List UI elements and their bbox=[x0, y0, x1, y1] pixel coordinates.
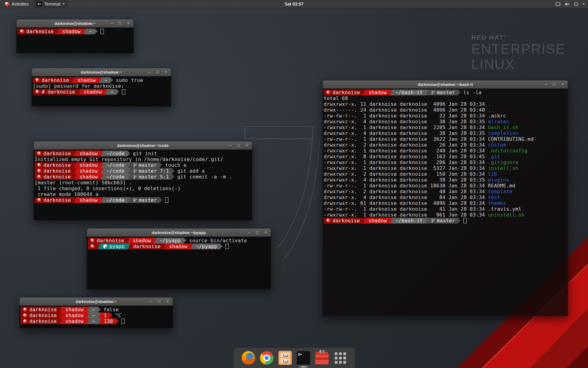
segment-arrow bbox=[160, 162, 162, 168]
files-icon[interactable] bbox=[278, 351, 292, 365]
prompt-segment: ~ bbox=[108, 89, 116, 95]
terminal-prompt-line: darknoiseshadow~/codemaster bbox=[35, 197, 252, 203]
maximize-button[interactable]: □ bbox=[118, 19, 122, 27]
terminal-content[interactable]: darknoiseshadow~/bash-itmasterls -latota… bbox=[323, 89, 568, 316]
prompt-segment: shadow bbox=[62, 307, 86, 312]
output-text: CONTRIBUTING.md bbox=[488, 136, 533, 142]
terminal-prompt-line: darknoiseshadow~false bbox=[21, 307, 173, 312]
terminal-output-line: Initialized empty Git repository in /hom… bbox=[35, 156, 252, 162]
prompt-segment: darknoise bbox=[21, 318, 59, 324]
terminal-home-small[interactable]: darknoise@shadow:~–□×darknoiseshadow~ bbox=[16, 19, 134, 53]
segment-separator bbox=[74, 174, 77, 180]
close-button[interactable]: × bbox=[263, 228, 268, 236]
segment-text: ~/code bbox=[106, 197, 125, 203]
redhat-logo-icon bbox=[5, 2, 9, 6]
segment-text: ~/pyapp bbox=[160, 238, 181, 243]
titlebar[interactable]: darknoise@shadow:~/bash-it–□× bbox=[323, 80, 568, 89]
output-text: -rw-rw-r--. 1 darknoise darknoise 18630 … bbox=[324, 183, 488, 189]
segment-text: shadow bbox=[368, 218, 387, 224]
segment-text: 1 bbox=[104, 312, 107, 318]
app-menu-terminal[interactable]: $> Terminal bbox=[33, 0, 68, 8]
power-icon bbox=[574, 2, 579, 6]
output-text: drwxrwxr-x. 4 darknoise darknoise 38 Jan… bbox=[324, 119, 488, 125]
app-grid-icon[interactable] bbox=[333, 351, 348, 365]
redhat-icon bbox=[23, 313, 27, 317]
close-button[interactable]: × bbox=[165, 297, 170, 305]
terminal-output-line: -rwxrwxr-x. 1 darknoise darknoise 206 Ja… bbox=[324, 159, 568, 165]
minimize-button[interactable]: – bbox=[147, 68, 151, 76]
segment-arrow bbox=[98, 307, 101, 312]
segment-text: darknoise bbox=[43, 151, 71, 156]
terminal-content[interactable]: darknoiseshadow~falsedarknoiseshadow~1^C… bbox=[20, 306, 173, 328]
chrome-icon[interactable] bbox=[259, 351, 274, 365]
terminal-pyapp[interactable]: darknoise@shadow:~/pyapp–□×darknoiseshad… bbox=[87, 228, 271, 289]
file-name: install.sh bbox=[488, 165, 518, 171]
minimize-button[interactable]: – bbox=[544, 80, 548, 88]
segment-separator bbox=[100, 168, 104, 174]
terminal-prompt-line: darknoiseshadow~/codegit init bbox=[35, 151, 252, 156]
git-branch-icon bbox=[133, 163, 137, 167]
segment-text: ~ bbox=[92, 318, 95, 324]
close-button[interactable]: × bbox=[560, 80, 565, 88]
maximize-button[interactable]: □ bbox=[155, 68, 160, 76]
prompt-segment: shadow bbox=[366, 90, 390, 95]
maximize-button[interactable]: □ bbox=[552, 80, 556, 88]
git-branch-icon bbox=[133, 169, 137, 173]
terminal-exitcodes[interactable]: darknoise@shadow:~–□×darknoiseshadow~fal… bbox=[19, 297, 173, 328]
terminal-content[interactable]: darknoiseshadow~sudo true[sudo] password… bbox=[32, 76, 171, 106]
prompt-segment: ~ bbox=[86, 29, 95, 34]
redhat-icon bbox=[37, 163, 41, 167]
terminal-output-line: -rwxrwxr-x. 1 darknoise darknoise 240 Ja… bbox=[324, 148, 568, 154]
prompt-segment: darknoise bbox=[35, 197, 74, 203]
clock[interactable]: Sat 03:57 bbox=[285, 2, 303, 6]
segment-text: darknoise bbox=[43, 197, 71, 203]
titlebar[interactable]: darknoise@shadow:~–□× bbox=[32, 68, 171, 76]
minimize-button[interactable]: – bbox=[110, 19, 114, 27]
maximize-button[interactable]: □ bbox=[157, 297, 161, 305]
terminal-content[interactable]: darknoiseshadow~/codegit initInitialized… bbox=[34, 150, 252, 220]
prompt-segment: pyapp bbox=[100, 243, 127, 249]
files-glyph bbox=[278, 351, 292, 365]
segment-separator bbox=[190, 243, 193, 249]
redhat-icon bbox=[37, 175, 41, 179]
terminal-bash-it[interactable]: darknoise@shadow:~/bash-it–□×darknoisesh… bbox=[322, 80, 568, 316]
terminal-content[interactable]: darknoiseshadow~/pyappsource bin/activat… bbox=[87, 237, 271, 289]
firefox-icon[interactable] bbox=[241, 351, 256, 365]
minimize-button[interactable]: – bbox=[228, 141, 232, 149]
terminal-icon[interactable]: $> bbox=[296, 351, 311, 365]
file-name: custom bbox=[488, 142, 506, 148]
file-name: .gitignore bbox=[488, 159, 518, 165]
titlebar[interactable]: darknoise@shadow:~–□× bbox=[20, 297, 173, 306]
titlebar[interactable]: darknoise@shadow:~–□× bbox=[17, 19, 134, 28]
prompt-segment: darknoise bbox=[35, 168, 74, 174]
minimize-button[interactable]: – bbox=[247, 228, 251, 236]
maximize-button[interactable]: □ bbox=[236, 141, 241, 149]
maximize-button[interactable]: □ bbox=[255, 228, 259, 236]
terminal-sudo[interactable]: darknoise@shadow:~–□×darknoiseshadow~sud… bbox=[32, 68, 171, 107]
prompt-segment: ~/bash-it bbox=[393, 90, 425, 95]
logo-linux: LINUX® bbox=[471, 56, 566, 71]
titlebar[interactable]: darknoise@shadow:~/pyapp–□× bbox=[87, 228, 271, 237]
toolbox-icon[interactable] bbox=[315, 351, 329, 365]
minimize-button[interactable]: – bbox=[149, 297, 153, 305]
redhat-icon bbox=[23, 308, 27, 312]
activities-button[interactable]: Activities bbox=[2, 0, 31, 8]
segment-text: darknoise bbox=[29, 307, 57, 312]
terminal-output-line: -rw-rw-r--. 1 darknoise darknoise 41 Jan… bbox=[324, 206, 568, 212]
segment-separator bbox=[127, 197, 130, 203]
titlebar[interactable]: darknoise@shadow:~/code–□× bbox=[34, 141, 252, 150]
prompt-segment: ~/pyapp bbox=[157, 238, 184, 243]
close-button[interactable]: × bbox=[126, 19, 130, 27]
close-button[interactable]: × bbox=[164, 68, 168, 76]
output-text: -rw-rw-r--. 1 darknoise darknoise 22 Jan… bbox=[324, 113, 488, 119]
file-name: lib bbox=[488, 171, 497, 177]
terminal-content[interactable]: darknoiseshadow~ bbox=[17, 28, 134, 53]
system-status-area[interactable] bbox=[556, 2, 588, 6]
prompt-segment: shadow bbox=[62, 318, 86, 324]
prompt-segment: shadow bbox=[77, 197, 100, 203]
git-branch-icon bbox=[431, 218, 435, 223]
terminal-code[interactable]: darknoise@shadow:~/code–□×darknoiseshado… bbox=[33, 141, 252, 220]
close-button[interactable]: × bbox=[245, 141, 249, 149]
output-text: [master (root-commit) 50bcb63] . bbox=[35, 180, 132, 186]
logo-red-hat: RED HAT® bbox=[471, 34, 566, 41]
